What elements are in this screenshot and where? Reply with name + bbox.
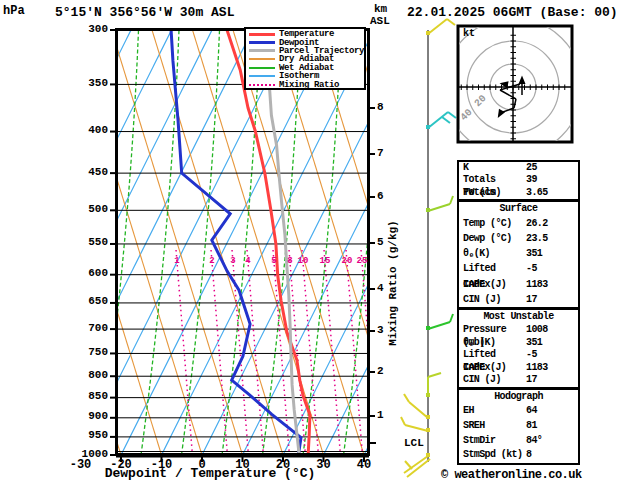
panel-header: Surface	[459, 202, 578, 216]
temp-tick-label: -30	[61, 459, 101, 471]
panel-row-value: 81	[526, 419, 578, 434]
hodograph-unit-label: kt	[463, 29, 475, 39]
panel-row-value: 84°	[526, 434, 578, 449]
panel-row-value: 25	[526, 162, 578, 174]
panel-row-label: K	[463, 162, 526, 174]
pressure-tick-label: 700	[72, 323, 108, 334]
panel-row-value: -5	[526, 261, 578, 276]
panel-row-value: 351	[526, 337, 578, 350]
panel-row: θₑ(K)351	[459, 246, 578, 261]
mixing-ratio-value-label: 1	[167, 257, 187, 266]
pressure-tick-label: 450	[72, 167, 108, 178]
mixing-ratio-value-label: 4	[238, 257, 258, 266]
panel-row-label: StmDir	[463, 434, 526, 449]
panel-row-value: 39	[526, 174, 578, 186]
panel-row-label: Lifted Index	[463, 349, 526, 362]
pressure-tick-label: 900	[72, 411, 108, 422]
wind-barb	[426, 112, 456, 129]
temp-tick-label: 10	[223, 459, 263, 471]
legend-swatch-isotherm	[249, 75, 275, 77]
km-tick-label: 7	[377, 148, 384, 159]
panel-row-value: 3.65	[526, 187, 578, 199]
pressure-tick-label: 550	[72, 237, 108, 248]
km-tick-label: 2	[377, 366, 384, 377]
km-tick-label: 3	[377, 325, 384, 336]
wind-barb	[426, 373, 441, 397]
legend-rows: TemperatureDewpointParcel TrajectoryDry …	[249, 30, 364, 89]
pressure-tick-label: 500	[72, 204, 108, 215]
wind-barb	[426, 196, 453, 212]
panel-row: Lifted Index-5	[459, 349, 578, 362]
temp-tick-label: 40	[344, 459, 384, 471]
panel-row-value: 17	[526, 374, 578, 387]
panel-row: K25	[459, 162, 578, 174]
panel-row-value: 1008	[526, 324, 578, 337]
panel-row-value: 17	[526, 292, 578, 307]
panel-row-value: 26.2	[526, 216, 578, 231]
panel-row-label: CAPE (J)	[463, 362, 526, 375]
mixing-ratio-value-label: 15	[315, 257, 335, 266]
legend-swatch-parcel-trajectory	[249, 49, 275, 52]
pressure-tick-label: 800	[72, 370, 108, 381]
temp-tick-label: 30	[304, 459, 344, 471]
wind-barb	[401, 417, 430, 432]
panel-row-label: θₑ (K)	[463, 337, 526, 350]
panel-row-value: 351	[526, 246, 578, 261]
panel-row: CAPE (J)1183	[459, 362, 578, 375]
panel-row: Totals Totals39	[459, 174, 578, 186]
legend-swatch-mixing-ratio	[249, 84, 275, 86]
altitude-unit-km: km	[374, 4, 387, 15]
panel-row-value: 23.5	[526, 231, 578, 246]
panel-box-hodograph: HodographEH64SREH81StmDir84°StmSpd (kt)8	[457, 388, 580, 465]
wind-barb	[426, 314, 453, 330]
panel-box-most-unstable: Most UnstablePressure (mb)1008θₑ (K)351L…	[457, 308, 580, 389]
pressure-tick-label: 750	[72, 347, 108, 358]
dewpoint-curve	[171, 30, 301, 455]
panel-row: θₑ (K)351	[459, 337, 578, 350]
pressure-tick-label: 400	[72, 125, 108, 136]
km-tick-label: 4	[377, 283, 384, 294]
km-tick-label: 8	[377, 102, 384, 113]
panel-row: SREH81	[459, 419, 578, 434]
km-tick-label: 6	[377, 191, 384, 202]
temp-tick-label: 0	[182, 459, 222, 471]
altitude-unit-asl: ASL	[370, 16, 390, 27]
panel-box-surface: SurfaceTemp (°C)26.2Dewp (°C)23.5θₑ(K)35…	[457, 200, 580, 309]
pressure-tick-label: 850	[72, 391, 108, 402]
km-tick-label: 1	[377, 410, 384, 421]
panel-box-indices: K25Totals Totals39PW (cm)3.65	[457, 160, 580, 201]
panel-row-label: StmSpd (kt)	[463, 448, 526, 463]
mixing-ratio-value-label: 25	[352, 257, 372, 266]
mixing-ratio-axis-label: Mixing Ratio (g/kg)	[387, 208, 399, 358]
legend-swatch-dry-adiabat	[249, 58, 275, 60]
panel-row-value: 1183	[526, 277, 578, 292]
footer-credit: © weatheronline.co.uk	[441, 468, 582, 482]
panel-row: Dewp (°C)23.5	[459, 231, 578, 246]
panel-row-label: CIN (J)	[463, 292, 526, 307]
pressure-tick-label: 300	[72, 24, 108, 35]
panel-row-value: 8	[526, 448, 578, 463]
datetime-title: 22.01.2025 06GMT (Base: 00)	[407, 6, 618, 19]
mixing-ratio-value-label: 2	[202, 257, 222, 266]
panel-row-label: θₑ(K)	[463, 246, 526, 261]
pressure-tick-label: 650	[72, 296, 108, 307]
legend: TemperatureDewpointParcel TrajectoryDry …	[244, 27, 366, 90]
panel-row-label: CIN (J)	[463, 374, 526, 387]
panel-row: CIN (J)17	[459, 374, 578, 387]
pressure-tick-label: 350	[72, 78, 108, 89]
legend-label: Mixing Ratio	[279, 80, 339, 90]
pressure-unit-label: hPa	[3, 5, 25, 17]
legend-swatch-dewpoint	[249, 41, 275, 44]
panel-row-value: 64	[526, 404, 578, 419]
panel-row: EH64	[459, 404, 578, 419]
panel-row: StmDir84°	[459, 434, 578, 449]
panel-row-label: Temp (°C)	[463, 216, 526, 231]
panel-header: Hodograph	[459, 390, 578, 404]
panel-row-label: PW (cm)	[463, 187, 526, 199]
panel-row-label: Dewp (°C)	[463, 231, 526, 246]
panel-row-label: Totals Totals	[463, 174, 526, 186]
panel-row: CIN (J)17	[459, 292, 578, 307]
panel-header: Most Unstable	[459, 310, 578, 324]
mixing-ratio-value-label: 10	[293, 257, 313, 266]
panel-row-label: CAPE (J)	[463, 277, 526, 292]
